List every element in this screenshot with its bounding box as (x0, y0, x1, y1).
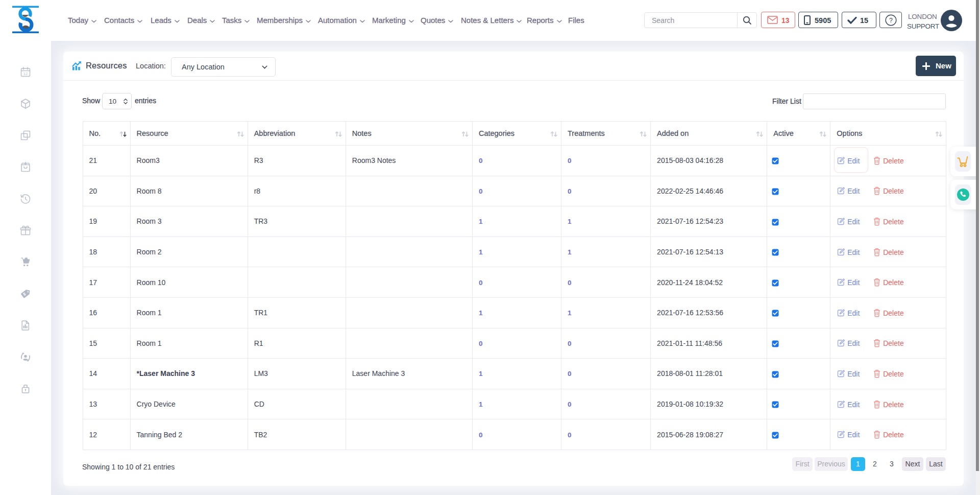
svg-text:?: ? (889, 17, 893, 24)
svg-text:12: 12 (23, 72, 28, 76)
